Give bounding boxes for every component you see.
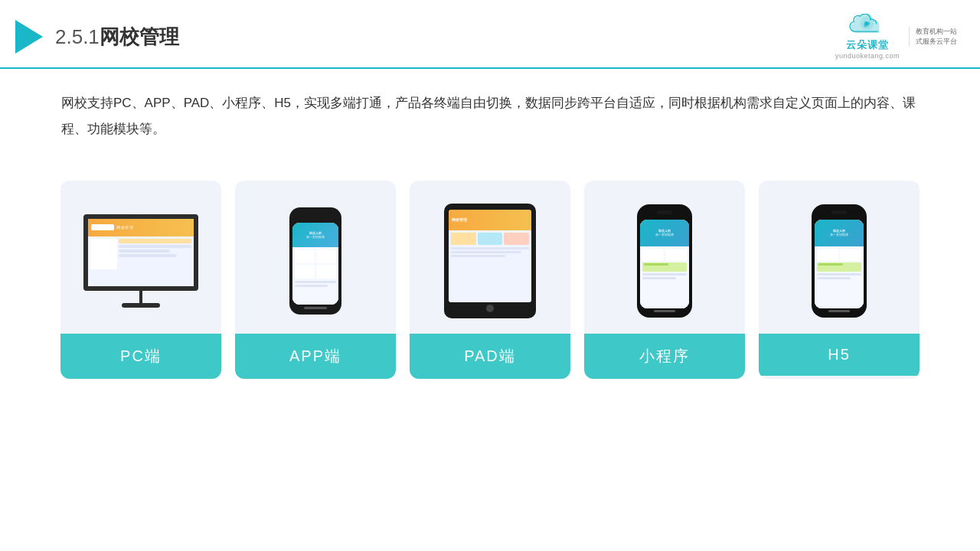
h5-screen-inner: 职达人的 第一堂职能课: [815, 220, 864, 308]
phone-screen: 职达人的 第一堂职能课: [292, 223, 338, 305]
card-pad-label: PAD端: [410, 334, 570, 379]
play-icon: [15, 20, 43, 54]
phone-notch: [308, 214, 323, 217]
card-app-image: 职达人的 第一堂职能课: [235, 181, 396, 334]
card-mini-label: 小程序: [584, 334, 745, 379]
mini-phone-mockup: 职达人的 第一堂职能课: [637, 204, 692, 318]
card-mini-image: 职达人的 第一堂职能课: [584, 181, 745, 334]
monitor-base: [122, 303, 160, 308]
page-header: 2.5.1网校管理 云朵课堂 yunduoketang.com 教育机构一站 式…: [0, 0, 980, 69]
logo-url-text: yunduoketang.com: [835, 52, 900, 60]
pad-tablet-mockup: 网校管理: [444, 204, 536, 318]
page-title: 2.5.1网校管理: [55, 24, 179, 51]
mini-screen-inner: 职达人的 第一堂职能课: [640, 220, 689, 308]
h5-phone-screen: 职达人的 第一堂职能课: [815, 220, 864, 308]
platform-cards-container: 网校管理: [0, 158, 980, 394]
mini-home-bar: [654, 310, 675, 312]
logo-brand-text: 云朵课堂: [846, 38, 889, 52]
tablet-screen-inner: 网校管理: [449, 210, 531, 302]
app-phone-mockup: 职达人的 第一堂职能课: [289, 207, 341, 315]
monitor-screen-inner: 网校管理: [88, 219, 194, 286]
monitor-screen: 网校管理: [83, 214, 198, 291]
card-pad-image: 网校管理: [410, 181, 570, 334]
card-h5-label: H5: [759, 334, 920, 376]
phone-home-bar: [304, 307, 327, 309]
logo-area: 云朵课堂 yunduoketang.com 教育机构一站 式服务云平台: [835, 14, 957, 60]
h5-phone-mockup: 职达人的 第一堂职能课: [812, 204, 867, 318]
pc-monitor-mockup: 网校管理: [83, 214, 198, 308]
mini-phone-screen: 职达人的 第一堂职能课: [640, 220, 689, 308]
card-pc-label: PC端: [60, 334, 221, 379]
logo-cloud: 云朵课堂 yunduoketang.com: [835, 14, 900, 60]
cloud-logo-icon: [846, 14, 888, 38]
header-left: 2.5.1网校管理: [15, 20, 179, 54]
card-app: 职达人的 第一堂职能课: [235, 181, 396, 379]
card-h5: 职达人的 第一堂职能课: [759, 181, 920, 379]
monitor-stand: [139, 291, 142, 303]
tablet-screen: 网校管理: [449, 210, 531, 302]
card-pc: 网校管理: [60, 181, 221, 379]
h5-home-bar: [828, 310, 850, 312]
logo-tagline: 教育机构一站 式服务云平台: [909, 27, 957, 46]
section-number: 2.5.1: [55, 25, 100, 48]
phone-screen-inner: 职达人的 第一堂职能课: [292, 223, 338, 305]
mini-phone-notch: [657, 210, 672, 214]
card-h5-image: 职达人的 第一堂职能课: [759, 181, 920, 334]
card-pad: 网校管理: [410, 181, 570, 379]
card-app-label: APP端: [235, 334, 396, 379]
page-description: 网校支持PC、APP、PAD、小程序、H5，实现多端打通，产品各终端自由切换，数…: [0, 69, 980, 150]
card-pc-image: 网校管理: [60, 181, 221, 334]
tablet-home-button: [486, 305, 494, 312]
h5-phone-notch: [831, 210, 847, 214]
card-mini: 职达人的 第一堂职能课: [584, 181, 745, 379]
